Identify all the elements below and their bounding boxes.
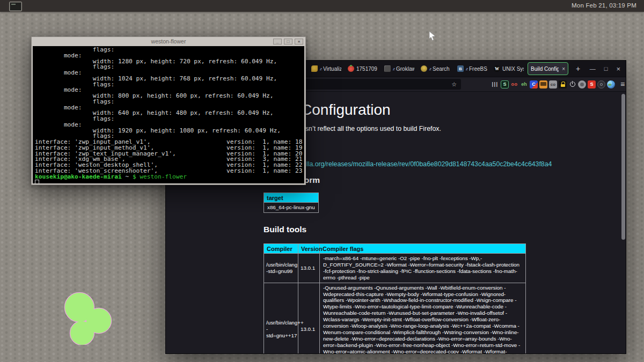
build-tools-table: Compiler Version Compiler flags /usr/bin… xyxy=(264,243,526,353)
prompt-path: ~ xyxy=(122,173,133,180)
compiler-cell: /usr/bin/clang -std=gnu99 xyxy=(264,254,298,283)
compiler-cell: /usr/bin/clang++ -std=gnu++17 xyxy=(264,283,298,353)
tab-sleeping-icon: z xyxy=(393,67,395,71)
terminal-titlebar[interactable]: weston-flower _ □ × xyxy=(32,37,305,46)
prompt-user-host: kousekip@ako-kaede-mirai xyxy=(35,173,122,180)
weston-flower-window[interactable] xyxy=(60,291,114,345)
s-red-icon[interactable]: S xyxy=(588,80,596,88)
badge-icon[interactable] xyxy=(578,80,586,88)
minimize-button[interactable]: — xyxy=(590,65,596,72)
target-table: target x86_64-pc-linux-gnu xyxy=(264,193,319,213)
col-header-flags: Compiler flags xyxy=(320,244,526,254)
terminal-close-button[interactable]: × xyxy=(295,39,303,45)
table-row: /usr/bin/clang++ -std=gnu++17 13.0.1 -Qu… xyxy=(264,283,526,353)
terminal-title: weston-flower xyxy=(32,38,305,45)
tab-sleeping-icon: z xyxy=(320,67,322,71)
letter-b-favicon-icon: B xyxy=(457,65,464,72)
tab-freebsd[interactable]: B z FreeBS xyxy=(455,62,490,75)
tab-groklaw[interactable]: z Groklaw xyxy=(382,62,417,75)
col-header-compiler: Compiler xyxy=(264,244,298,254)
table-header-row: Compiler Version Compiler flags xyxy=(264,244,526,254)
new-tab-button[interactable]: + xyxy=(573,63,583,74)
co-icon[interactable]: co xyxy=(549,80,557,88)
table-row: /usr/bin/clang -std=gnu99 13.0.1 -march=… xyxy=(264,254,526,283)
globe-icon[interactable] xyxy=(607,80,615,88)
strawberry-favicon-icon xyxy=(348,65,354,72)
gold-leaf-favicon-icon xyxy=(311,65,318,72)
emblem-icon[interactable] xyxy=(597,80,605,88)
tab-search[interactable]: z Search xyxy=(418,62,453,75)
prompt-command: weston-flower xyxy=(140,173,187,180)
close-button[interactable]: × xyxy=(616,65,620,73)
prompt-symbol: $ xyxy=(133,173,140,180)
tab-virtualization[interactable]: z Virtualiz xyxy=(309,62,344,75)
source-link[interactable]: https://hg.mozilla.org/releases/mozilla-… xyxy=(264,160,552,168)
library-icon[interactable]: ||| xyxy=(491,80,499,88)
screenshot-monitor-icon[interactable] xyxy=(539,80,547,88)
terminal-cursor xyxy=(35,180,39,183)
terminal-output: flags: mode: width: 1280 px, height: 720… xyxy=(33,46,304,183)
panel-clock: Mon Feb 21, 03:19 PM xyxy=(572,2,636,9)
padlock-icon[interactable] xyxy=(559,80,567,88)
version-cell: 13.0.1 xyxy=(298,254,320,283)
tab-sleeping-icon: z xyxy=(429,67,431,71)
browser-window-controls: — □ × xyxy=(590,61,620,77)
tab-strip: z Virtualiz 1751709 - B z Groklaw z Sear… xyxy=(309,62,568,75)
terminal-body[interactable]: flags: mode: width: 1280 px, height: 720… xyxy=(33,46,304,183)
tab-close-icon[interactable]: × xyxy=(562,66,565,72)
tab-sleeping-icon: z xyxy=(466,67,468,71)
extension-icons-row: ||| S oo eh C co S ≡ xyxy=(491,80,625,88)
scrollbar-thumb[interactable] xyxy=(621,94,625,240)
maximize-button[interactable]: □ xyxy=(604,65,608,72)
col-header-version: Version xyxy=(298,244,320,254)
tab-unix-system[interactable]: W UNIX Syst xyxy=(491,62,526,75)
tab-build-config-active[interactable]: Build Config × xyxy=(528,62,568,75)
flags-cell: -march=x86-64 -mtune=generic -O2 -pipe -… xyxy=(320,254,526,283)
session-s-icon[interactable]: S xyxy=(501,80,509,88)
power-icon[interactable] xyxy=(568,80,576,88)
target-table-header: target xyxy=(264,193,319,203)
menu-hamburger-icon[interactable]: ≡ xyxy=(620,80,625,88)
dark-logo-favicon-icon xyxy=(384,65,391,72)
tab-bug-1751709[interactable]: 1751709 - B xyxy=(345,62,380,75)
version-cell: 13.0.1 xyxy=(298,283,320,353)
wikipedia-favicon-icon: W xyxy=(494,65,500,72)
terminal-window[interactable]: weston-flower _ □ × flags: mode: width: … xyxy=(31,36,306,185)
terminal-scrollback: flags: mode: width: 1280 px, height: 720… xyxy=(35,46,302,174)
top-panel: Mon Feb 21, 03:19 PM xyxy=(0,0,644,12)
eh-icon[interactable]: eh xyxy=(520,80,528,88)
bookmark-star-icon[interactable]: ☆ xyxy=(451,81,461,88)
terminal-minimize-button[interactable]: _ xyxy=(273,39,282,45)
terminal-maximize-button[interactable]: □ xyxy=(284,39,292,45)
container-icon[interactable]: C xyxy=(530,80,538,88)
desktop: { "colors": { "accent_cyan": "#00ddff", … xyxy=(0,0,644,362)
launcher-terminal-icon[interactable] xyxy=(9,2,22,11)
mouse-cursor xyxy=(428,31,437,42)
glasses-icon[interactable]: oo xyxy=(510,80,518,88)
flags-cell: -Qunused-arguments -Qunused-arguments -W… xyxy=(320,283,526,353)
yellow-figure-favicon-icon xyxy=(421,65,427,72)
flower-petals xyxy=(65,293,111,345)
build-tools-heading: Build tools xyxy=(264,225,306,234)
target-value: x86_64-pc-linux-gnu xyxy=(264,203,319,213)
